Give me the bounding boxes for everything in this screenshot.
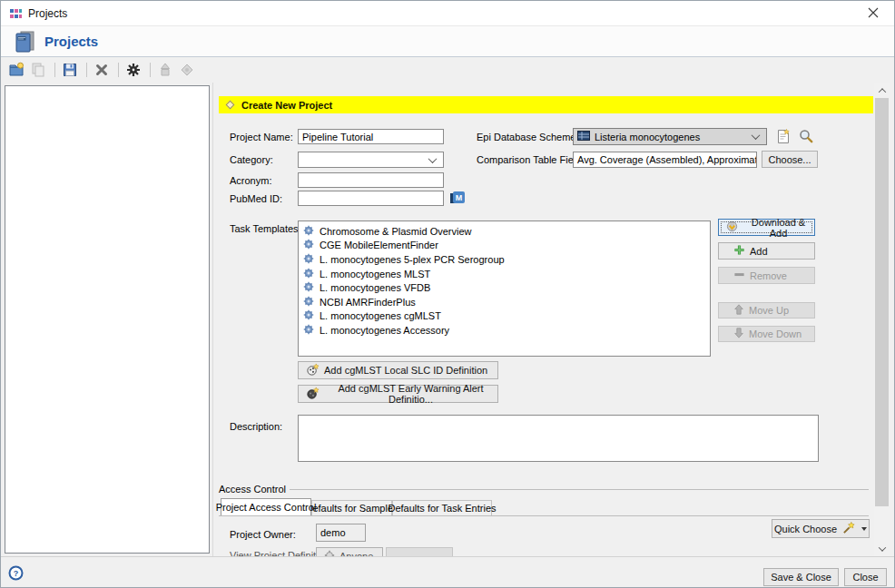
page-title: Projects	[44, 34, 98, 49]
projects-book-icon	[12, 29, 37, 56]
configure-icon[interactable]	[123, 60, 143, 80]
remove-button[interactable]: Remove	[718, 267, 815, 284]
move-down-button[interactable]: Move Down	[718, 326, 815, 342]
project-owner-field: demo	[316, 524, 366, 542]
tab-defaults-for-task-entries[interactable]: Defaults for Task Entries	[392, 500, 492, 515]
task-template-item[interactable]: L. monocytogenes cgMLST	[300, 309, 708, 324]
view-project-definition-secondary-button[interactable]	[386, 547, 453, 556]
gear-icon	[303, 268, 314, 280]
new-project-icon[interactable]	[6, 60, 26, 80]
move-up-button[interactable]: Move Up	[718, 302, 815, 318]
edit-scheme-icon[interactable]	[775, 128, 792, 146]
svg-text:?: ?	[14, 569, 19, 578]
category-label: Category:	[230, 154, 273, 165]
window-title: Projects	[28, 7, 67, 20]
project-list-panel[interactable]	[5, 85, 210, 554]
create-new-project-banner: Create New Project	[219, 96, 873, 113]
task-template-item[interactable]: Chromosome & Plasmid Overview	[300, 224, 708, 239]
plus-icon	[733, 244, 745, 258]
gear-small-icon	[324, 550, 335, 556]
task-templates-label: Task Templates:	[230, 223, 301, 234]
chevron-down-icon	[878, 544, 885, 551]
app-icon	[9, 7, 23, 23]
help-icon[interactable]: ?	[8, 565, 24, 583]
description-label: Description:	[230, 421, 282, 432]
scroll-up-button[interactable]	[874, 83, 890, 98]
quick-choose-button[interactable]: Quick Choose	[772, 519, 870, 538]
project-owner-label: Project Owner:	[230, 529, 296, 540]
tab-defaults-for-samples[interactable]: Defaults for Samples	[311, 500, 392, 515]
gear-icon	[303, 324, 314, 337]
toolbar-separator	[86, 63, 87, 77]
footer-bar: ? Save & Close Close	[1, 556, 894, 588]
toolbar-separator	[150, 63, 151, 77]
acronym-label: Acronym:	[230, 175, 271, 186]
gear-icon	[303, 281, 314, 294]
task-template-label: L. monocytogenes cgMLST	[320, 310, 441, 321]
task-template-item[interactable]: L. monocytogenes Accessory	[300, 323, 708, 338]
chevron-down-icon	[752, 131, 761, 140]
search-scheme-icon[interactable]	[798, 128, 814, 146]
close-button[interactable]: Close	[844, 568, 887, 586]
pubmed-icon[interactable]: M	[450, 191, 465, 205]
chevron-down-icon	[428, 154, 438, 163]
epi-database-scheme-select[interactable]: Listeria monocytogenes	[573, 128, 767, 145]
tab-project-access-control[interactable]: Project Access Control	[221, 498, 311, 515]
chevron-up-icon	[878, 88, 885, 95]
scroll-down-button[interactable]	[874, 541, 890, 556]
gear-icon	[303, 309, 314, 322]
cluster-star-icon	[306, 363, 320, 378]
gear-icon	[303, 296, 314, 309]
project-name-label: Project Name:	[230, 132, 293, 142]
add-cgmlst-early-warning-button[interactable]: Add cgMLST Early Warning Alert Definitio…	[298, 385, 498, 403]
publish-icon	[155, 60, 175, 80]
add-button[interactable]: Add	[718, 242, 815, 260]
task-template-item[interactable]: L. monocytogenes VFDB	[300, 280, 708, 295]
task-template-list[interactable]: Chromosome & Plasmid OverviewCGE MobileE…	[298, 220, 711, 357]
title-bar: Projects	[1, 1, 894, 26]
vertical-scrollbar[interactable]	[874, 83, 890, 556]
add-cgmlst-local-slc-button[interactable]: Add cgMLST Local SLC ID Definition	[298, 361, 498, 379]
task-template-item[interactable]: L. monocytogenes 5-plex PCR Serogroup	[300, 252, 708, 267]
scrollbar-thumb[interactable]	[875, 98, 889, 506]
view-project-definition-button[interactable]: Anyone	[316, 547, 383, 556]
download-icon	[726, 220, 738, 234]
epi-database-scheme-value: Listeria monocytogenes	[595, 132, 700, 142]
task-template-label: L. monocytogenes 5-plex PCR Serogroup	[320, 254, 505, 265]
copy-icon	[28, 60, 48, 80]
project-name-input[interactable]	[298, 129, 444, 144]
stamp-icon	[177, 60, 197, 80]
projects-window: Projects Projects	[0, 0, 895, 588]
choose-fields-button[interactable]: Choose...	[762, 151, 818, 168]
epi-database-scheme-label: Epi Database Scheme:	[477, 132, 579, 142]
banner-title: Create New Project	[241, 100, 332, 111]
pubmed-id-input[interactable]	[298, 191, 444, 206]
close-icon	[868, 7, 879, 20]
pubmed-id-label: PubMed ID:	[230, 193, 282, 204]
task-template-label: Chromosome & Plasmid Overview	[320, 226, 472, 237]
download-add-button[interactable]: Download & Add	[718, 219, 815, 236]
dark-cluster-star-icon	[306, 387, 320, 402]
gear-icon	[303, 225, 314, 238]
description-textarea[interactable]	[298, 415, 819, 462]
page-header: Projects	[1, 26, 894, 57]
acronym-input[interactable]	[298, 172, 444, 188]
toolbar	[1, 57, 894, 83]
back-diamond-icon[interactable]	[226, 101, 235, 110]
access-control-title: Access Control	[219, 484, 286, 495]
delete-icon[interactable]	[92, 60, 112, 80]
save-close-button[interactable]: Save & Close	[763, 568, 839, 586]
toolbar-separator	[118, 63, 119, 77]
save-icon[interactable]	[60, 60, 80, 80]
task-template-item[interactable]: NCBI AMRFinderPlus	[300, 295, 708, 309]
category-select[interactable]	[298, 152, 444, 168]
task-template-label: L. monocytogenes VFDB	[320, 282, 430, 293]
tab-strip-line	[219, 515, 869, 516]
magic-wand-icon	[842, 521, 856, 536]
task-template-item[interactable]: CGE MobileElementFinder	[300, 239, 708, 253]
task-template-label: CGE MobileElementFinder	[320, 240, 438, 250]
task-template-item[interactable]: L. monocytogenes MLST	[300, 267, 708, 281]
window-close-button[interactable]	[858, 1, 889, 25]
task-template-label: L. monocytogenes MLST	[320, 269, 430, 279]
create-project-panel: Create New Project Project Name: Categor…	[213, 83, 874, 556]
